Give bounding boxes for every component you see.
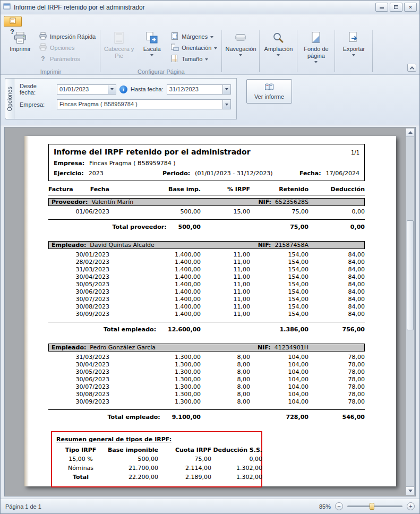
- report-groups: Proveedor: Valentín MarínNIF: 65235628S0…: [48, 198, 365, 421]
- report-meta-line: Ejercicio:2023 Periodo:(01/01/2023 - 31/…: [54, 170, 359, 177]
- exportar-button[interactable]: Exportar: [337, 29, 370, 68]
- summary-cell: 1.302,00: [211, 474, 262, 481]
- parametros-label: Parámetros: [50, 56, 80, 62]
- orientacion-button[interactable]: Orientación: [168, 42, 219, 53]
- imprimir-label: Imprimir: [10, 46, 31, 53]
- margenes-label: Márgenes: [182, 33, 208, 40]
- zoom-slider[interactable]: [347, 506, 402, 507]
- hasta-fecha-value: 31/12/2023: [167, 85, 222, 94]
- hasta-fecha-combobox[interactable]: 31/12/2023: [167, 84, 231, 95]
- ribbon-separator: [372, 30, 373, 72]
- question-badge-icon: ?: [10, 28, 14, 35]
- parametros-button: ? Parámetros: [37, 53, 98, 64]
- minimize-button[interactable]: [375, 3, 388, 12]
- ampliacion-button[interactable]: Ampliación: [262, 29, 295, 68]
- ribbon-separator: [335, 30, 335, 72]
- desde-fecha-label: Desde fecha:: [20, 83, 54, 96]
- opciones-label: Opciones: [50, 45, 74, 51]
- ribbon-collapse-button[interactable]: [407, 64, 416, 72]
- opciones-tab[interactable]: Opciones: [5, 78, 14, 119]
- report-group-band: Empleado: David Quintas AlcaldeNIF: 2158…: [48, 241, 365, 249]
- zoom-slider-thumb[interactable]: [370, 503, 374, 510]
- desde-fecha-combobox[interactable]: 01/01/2023: [57, 84, 116, 95]
- report-group-band: Empleado: Pedro González GarcíaNIF: 4123…: [48, 344, 365, 352]
- zoom-out-button[interactable]: −: [335, 502, 343, 510]
- app-menu-button[interactable]: [4, 16, 22, 27]
- report-row: 30/06/20231.400,0011,00154,0084,00: [48, 288, 365, 296]
- report-empresa-line: Empresa:Fincas Pragma ( B58959784 ): [54, 160, 359, 167]
- report-row: 28/02/20231.400,0011,00154,0084,00: [48, 259, 365, 266]
- hasta-fecha-dropdown-button[interactable]: [222, 85, 230, 94]
- scroll-down-button[interactable]: [406, 486, 414, 495]
- chevron-down-icon: [214, 47, 217, 49]
- report-row: 30/08/20231.300,008,00104,0078,00: [48, 391, 365, 398]
- tamano-button[interactable]: Tamaño: [168, 53, 219, 64]
- vertical-scrollbar[interactable]: [406, 128, 415, 495]
- chevron-down-icon: [225, 104, 228, 106]
- arrow-down-icon: [408, 490, 413, 492]
- ver-informe-button[interactable]: Ver informe: [246, 79, 292, 104]
- ribbon-group-navegacion: Navegación: [222, 28, 259, 74]
- scrollbar-thumb[interactable]: [407, 220, 414, 330]
- group-label-imprimir: Imprimir: [2, 68, 99, 75]
- imprimir-button[interactable]: ? Imprimir: [4, 29, 37, 68]
- summary-cell: 21.700,00: [105, 465, 158, 472]
- escala-label: Escala: [143, 46, 161, 53]
- opciones-button: Opciones: [37, 42, 98, 53]
- navegacion-button[interactable]: Navegación: [224, 29, 257, 68]
- empresa-combobox[interactable]: Fincas Pragma ( B58959784 ): [57, 99, 231, 109]
- report-row: 30/09/20231.400,0011,00154,0084,00: [48, 311, 365, 318]
- impresion-rapida-button[interactable]: Impresión Rápida: [37, 31, 98, 42]
- chevron-down-icon: [352, 54, 355, 56]
- summary-cell: 2.114,00: [158, 465, 211, 472]
- report-row: 30/05/20231.300,008,00104,0078,00: [48, 369, 365, 376]
- ver-informe-label: Ver informe: [254, 93, 284, 100]
- report-book-icon: [264, 83, 274, 92]
- report-row: 31/03/20231.300,008,00104,0078,00: [48, 354, 365, 361]
- scale-icon: [145, 30, 159, 44]
- ribbon-separator: [221, 30, 222, 72]
- report-row: 30/09/20231.300,008,00104,0078,00: [48, 398, 365, 406]
- print-options-icon: [39, 43, 47, 53]
- report-page-indicator: 1/1: [351, 150, 359, 156]
- ribbon: ? Imprimir Impresión Rápida Opciones: [1, 14, 419, 75]
- fondo-de-pagina-button[interactable]: Fondo de página: [299, 29, 332, 68]
- chevron-down-icon: [277, 54, 280, 56]
- report-title: Informe del IRPF retenido por el adminis…: [54, 148, 251, 156]
- report-row: 01/06/2023500,0015,0075,000,00: [48, 208, 365, 216]
- tamano-label: Tamaño: [182, 56, 202, 62]
- summary-cell: 500,00: [105, 456, 158, 463]
- empresa-dropdown-button[interactable]: [222, 100, 230, 109]
- report-column-headers: Factura Fecha Base imp. % IRPF Retenido …: [48, 186, 365, 195]
- zoom-in-button[interactable]: +: [407, 502, 415, 510]
- zoom-percent-label: 85%: [319, 503, 331, 510]
- summary-cell: 22.200,00: [105, 474, 158, 481]
- chevron-down-icon: [239, 54, 242, 56]
- report-total-row: Total empleado:12.600,001.386,00756,00: [48, 322, 365, 333]
- arrow-up-icon: [408, 131, 413, 134]
- maximize-button[interactable]: [390, 3, 402, 12]
- close-button[interactable]: ✕: [404, 3, 417, 12]
- scroll-up-button[interactable]: [406, 128, 414, 137]
- info-icon: i: [119, 85, 127, 93]
- cabecera-y-pie-button: Cabecera y Pie: [102, 29, 135, 68]
- chevron-down-icon: [314, 61, 318, 63]
- escala-button[interactable]: Escala: [135, 29, 168, 68]
- ribbon-group-imprimir: ? Imprimir Impresión Rápida Opciones: [2, 28, 99, 74]
- window-title: Informe del IRPF retenido por el adminis…: [14, 4, 145, 11]
- page-size-icon: [170, 54, 179, 64]
- margenes-button[interactable]: Márgenes: [168, 31, 219, 42]
- chevron-down-icon: [205, 58, 208, 61]
- orientation-icon: [170, 43, 179, 53]
- desde-fecha-dropdown-button[interactable]: [108, 85, 116, 94]
- report-summary-box: Resumen general de tipos de IRPF: Tipo I…: [51, 431, 262, 487]
- report-row: 30/07/20231.300,008,00104,0078,00: [48, 383, 365, 391]
- exportar-label: Exportar: [343, 46, 365, 53]
- chevron-down-icon: [150, 54, 153, 56]
- titlebar: Informe del IRPF retenido por el adminis…: [1, 1, 419, 14]
- group-label-configurar-pagina: Configurar Página: [101, 68, 221, 75]
- chevron-down-icon: [110, 88, 114, 90]
- parameters-icon: ?: [39, 55, 47, 63]
- chevron-up-icon: [409, 66, 414, 71]
- statusbar: Página 1 de 1 85% − +: [1, 499, 419, 513]
